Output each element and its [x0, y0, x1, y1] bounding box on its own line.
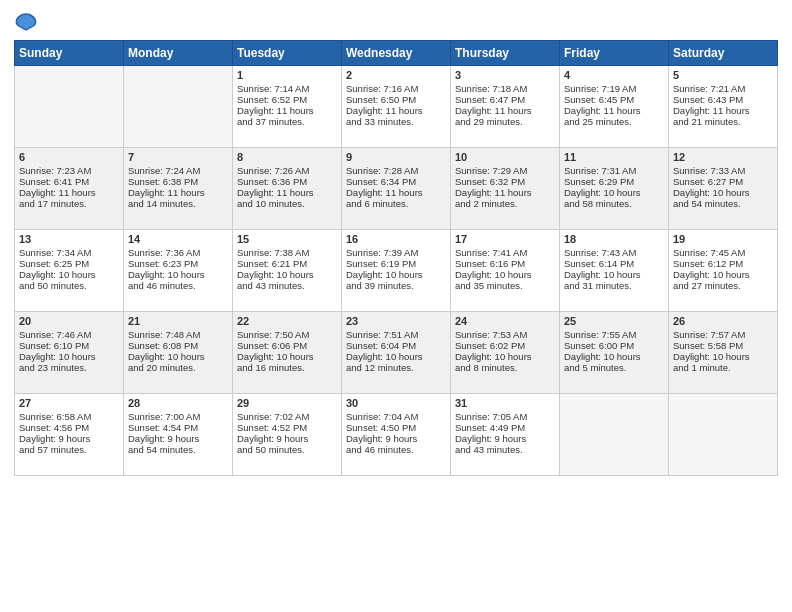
day-number: 28	[128, 397, 228, 409]
day-number: 10	[455, 151, 555, 163]
day-info-line: Sunrise: 7:53 AM	[455, 329, 555, 340]
day-info-line: Sunrise: 7:39 AM	[346, 247, 446, 258]
day-info-line: Daylight: 10 hours	[564, 269, 664, 280]
day-info-line: Sunrise: 7:31 AM	[564, 165, 664, 176]
day-info-line: Daylight: 10 hours	[346, 269, 446, 280]
calendar-cell: 31Sunrise: 7:05 AMSunset: 4:49 PMDayligh…	[451, 394, 560, 476]
calendar-cell	[15, 66, 124, 148]
day-info-line: Sunrise: 7:26 AM	[237, 165, 337, 176]
day-info-line: Sunrise: 7:51 AM	[346, 329, 446, 340]
day-info-line: Sunset: 4:56 PM	[19, 422, 119, 433]
day-info-line: and 57 minutes.	[19, 444, 119, 455]
day-number: 20	[19, 315, 119, 327]
day-info-line: Daylight: 10 hours	[128, 269, 228, 280]
day-info-line: Daylight: 11 hours	[128, 187, 228, 198]
day-info-line: and 25 minutes.	[564, 116, 664, 127]
page-container: SundayMondayTuesdayWednesdayThursdayFrid…	[0, 0, 792, 482]
day-info-line: Sunset: 5:58 PM	[673, 340, 773, 351]
day-info-line: and 12 minutes.	[346, 362, 446, 373]
calendar-table: SundayMondayTuesdayWednesdayThursdayFrid…	[14, 40, 778, 476]
calendar-week-row: 13Sunrise: 7:34 AMSunset: 6:25 PMDayligh…	[15, 230, 778, 312]
calendar-cell: 17Sunrise: 7:41 AMSunset: 6:16 PMDayligh…	[451, 230, 560, 312]
day-info-line: and 50 minutes.	[237, 444, 337, 455]
day-info-line: Sunrise: 7:41 AM	[455, 247, 555, 258]
calendar-cell: 9Sunrise: 7:28 AMSunset: 6:34 PMDaylight…	[342, 148, 451, 230]
day-info-line: and 54 minutes.	[128, 444, 228, 455]
day-info-line: Sunset: 4:49 PM	[455, 422, 555, 433]
calendar-cell: 8Sunrise: 7:26 AMSunset: 6:36 PMDaylight…	[233, 148, 342, 230]
day-number: 15	[237, 233, 337, 245]
day-info-line: and 39 minutes.	[346, 280, 446, 291]
day-info-line: Sunset: 6:04 PM	[346, 340, 446, 351]
day-info-line: and 5 minutes.	[564, 362, 664, 373]
day-info-line: Sunrise: 7:00 AM	[128, 411, 228, 422]
day-info-line: Sunset: 6:00 PM	[564, 340, 664, 351]
day-info-line: Sunset: 6:25 PM	[19, 258, 119, 269]
day-info-line: Sunrise: 7:34 AM	[19, 247, 119, 258]
day-info-line: Daylight: 10 hours	[673, 187, 773, 198]
calendar-cell: 13Sunrise: 7:34 AMSunset: 6:25 PMDayligh…	[15, 230, 124, 312]
calendar-cell: 6Sunrise: 7:23 AMSunset: 6:41 PMDaylight…	[15, 148, 124, 230]
day-info-line: and 58 minutes.	[564, 198, 664, 209]
day-info-line: Sunset: 6:47 PM	[455, 94, 555, 105]
day-number: 23	[346, 315, 446, 327]
page-header	[14, 10, 778, 34]
day-info-line: Daylight: 9 hours	[128, 433, 228, 444]
day-info-line: and 46 minutes.	[346, 444, 446, 455]
day-number: 21	[128, 315, 228, 327]
calendar-cell: 15Sunrise: 7:38 AMSunset: 6:21 PMDayligh…	[233, 230, 342, 312]
day-info-line: Sunset: 6:10 PM	[19, 340, 119, 351]
day-number: 16	[346, 233, 446, 245]
day-number: 5	[673, 69, 773, 81]
day-info-line: Daylight: 11 hours	[673, 105, 773, 116]
day-info-line: Sunset: 6:34 PM	[346, 176, 446, 187]
calendar-cell	[124, 66, 233, 148]
weekday-header-saturday: Saturday	[669, 41, 778, 66]
day-info-line: Sunrise: 6:58 AM	[19, 411, 119, 422]
calendar-cell: 20Sunrise: 7:46 AMSunset: 6:10 PMDayligh…	[15, 312, 124, 394]
day-number: 3	[455, 69, 555, 81]
day-info-line: Sunset: 6:50 PM	[346, 94, 446, 105]
day-number: 31	[455, 397, 555, 409]
day-number: 11	[564, 151, 664, 163]
day-info-line: Sunrise: 7:04 AM	[346, 411, 446, 422]
calendar-week-row: 27Sunrise: 6:58 AMSunset: 4:56 PMDayligh…	[15, 394, 778, 476]
calendar-cell: 23Sunrise: 7:51 AMSunset: 6:04 PMDayligh…	[342, 312, 451, 394]
day-info-line: Daylight: 10 hours	[455, 269, 555, 280]
day-info-line: Sunset: 4:54 PM	[128, 422, 228, 433]
day-info-line: Sunrise: 7:02 AM	[237, 411, 337, 422]
day-info-line: Sunrise: 7:45 AM	[673, 247, 773, 258]
day-info-line: Sunset: 6:29 PM	[564, 176, 664, 187]
calendar-cell: 18Sunrise: 7:43 AMSunset: 6:14 PMDayligh…	[560, 230, 669, 312]
day-info-line: Daylight: 10 hours	[128, 351, 228, 362]
day-info-line: Sunrise: 7:50 AM	[237, 329, 337, 340]
day-info-line: Daylight: 10 hours	[564, 187, 664, 198]
day-info-line: Daylight: 9 hours	[346, 433, 446, 444]
day-number: 22	[237, 315, 337, 327]
day-number: 4	[564, 69, 664, 81]
day-info-line: and 17 minutes.	[19, 198, 119, 209]
day-info-line: Sunrise: 7:18 AM	[455, 83, 555, 94]
day-info-line: Sunrise: 7:57 AM	[673, 329, 773, 340]
day-info-line: and 14 minutes.	[128, 198, 228, 209]
calendar-cell: 19Sunrise: 7:45 AMSunset: 6:12 PMDayligh…	[669, 230, 778, 312]
day-info-line: Sunset: 4:52 PM	[237, 422, 337, 433]
day-info-line: and 37 minutes.	[237, 116, 337, 127]
weekday-header-sunday: Sunday	[15, 41, 124, 66]
day-info-line: Sunset: 4:50 PM	[346, 422, 446, 433]
weekday-header-thursday: Thursday	[451, 41, 560, 66]
day-info-line: Sunset: 6:12 PM	[673, 258, 773, 269]
day-number: 19	[673, 233, 773, 245]
day-info-line: Sunset: 6:36 PM	[237, 176, 337, 187]
day-number: 24	[455, 315, 555, 327]
day-number: 12	[673, 151, 773, 163]
calendar-cell: 11Sunrise: 7:31 AMSunset: 6:29 PMDayligh…	[560, 148, 669, 230]
calendar-cell: 22Sunrise: 7:50 AMSunset: 6:06 PMDayligh…	[233, 312, 342, 394]
day-info-line: Daylight: 9 hours	[237, 433, 337, 444]
day-info-line: Daylight: 10 hours	[237, 351, 337, 362]
day-info-line: Daylight: 9 hours	[455, 433, 555, 444]
day-info-line: Sunset: 6:27 PM	[673, 176, 773, 187]
calendar-cell: 4Sunrise: 7:19 AMSunset: 6:45 PMDaylight…	[560, 66, 669, 148]
day-number: 27	[19, 397, 119, 409]
day-info-line: Sunrise: 7:29 AM	[455, 165, 555, 176]
